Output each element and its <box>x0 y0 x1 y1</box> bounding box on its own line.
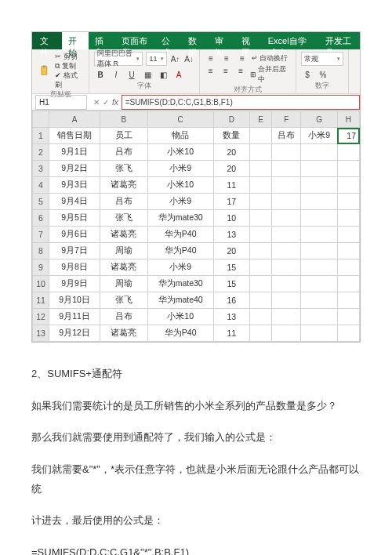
svg-rect-0 <box>42 67 47 75</box>
article-paragraph: 如果我们需要统计的是员工所销售的小米全系列的产品数量是多少？ <box>31 397 361 416</box>
ribbon-group-clipboard: ✂ 剪切 ⧉ 复制 ✔ 格式刷 剪贴板 <box>32 49 89 93</box>
cut-button[interactable]: ✂ 剪切 <box>55 52 84 61</box>
col-header[interactable]: E <box>250 111 272 128</box>
table-row[interactable]: 129月11日吕布小米1013 <box>33 309 360 325</box>
col-header[interactable]: B <box>100 111 148 128</box>
table-row[interactable]: 89月7日周瑜华为P4020 <box>33 243 360 259</box>
group-label-font: 字体 <box>94 81 194 91</box>
increase-font-icon[interactable]: A↑ <box>170 53 181 65</box>
align-left-icon[interactable]: ≡ <box>205 64 216 77</box>
align-bottom-icon[interactable]: ≡ <box>236 52 249 64</box>
col-header[interactable]: G <box>301 111 338 128</box>
tab-developer[interactable]: 开发工具 <box>319 32 360 49</box>
article-formula: =SUMIFS(D:D,C:C,G1&"*",B:B,F1) <box>31 543 361 555</box>
table-row[interactable]: 69月5日张飞华为mate3010 <box>33 210 360 227</box>
worksheet-grid[interactable]: A B C D E F G H 1 销售日期 员工 物品 数量 吕布 小米9 1… <box>32 111 360 342</box>
copy-button[interactable]: ⧉ 复制 <box>55 61 84 71</box>
font-color-icon[interactable]: A <box>172 68 185 81</box>
align-middle-icon[interactable]: ≡ <box>220 52 233 64</box>
align-center-icon[interactable]: ≡ <box>220 64 231 77</box>
paste-icon <box>39 65 50 76</box>
col-header[interactable]: D <box>213 111 250 128</box>
table-row[interactable]: 59月4日吕布小米917 <box>33 194 360 210</box>
decrease-font-icon[interactable]: A↓ <box>183 53 194 65</box>
fill-color-icon[interactable]: ◧ <box>157 68 169 81</box>
tab-file[interactable]: 文件 <box>32 32 62 49</box>
tab-view[interactable]: 视图 <box>235 32 262 49</box>
ribbon-group-alignment: ≡ ≡ ≡ ↵ 自动换行 ≡ ≡ ≡ ⊞ 合并后居中 对齐方式 <box>200 49 296 93</box>
table-row[interactable]: 49月3日诸葛亮小米1011 <box>33 177 360 194</box>
ribbon-tab-bar: 文件 开始 插入 页面布局 公式 数据 审阅 视图 Excel自学成才 开发工具 <box>32 32 360 49</box>
table-row[interactable]: 109月9日周瑜华为mate3015 <box>33 276 360 292</box>
excel-window: 文件 开始 插入 页面布局 公式 数据 审阅 视图 Excel自学成才 开发工具… <box>31 31 361 343</box>
currency-icon[interactable]: $ <box>301 68 314 81</box>
align-right-icon[interactable]: ≡ <box>235 64 247 77</box>
table-row[interactable]: 1 销售日期 员工 物品 数量 吕布 小米9 17 <box>33 128 360 144</box>
formula-input[interactable]: =SUMIFS(D:D,C:C,G1,B:B,F1) <box>122 95 360 110</box>
table-row[interactable]: 39月2日张飞小米920 <box>33 161 360 177</box>
select-all-corner[interactable] <box>33 111 49 128</box>
svg-rect-1 <box>42 66 45 67</box>
name-box[interactable]: H1 <box>35 95 87 110</box>
col-header[interactable]: F <box>272 111 301 128</box>
tab-formulas[interactable]: 公式 <box>155 32 182 49</box>
number-format-select[interactable]: 常规▾ <box>301 52 343 66</box>
formula-bar: H1 ✕ ✓ fx =SUMIFS(D:D,C:C,G1,B:B,F1) <box>32 94 360 111</box>
table-row[interactable]: 139月12日诸葛亮华为P4011 <box>33 325 360 342</box>
ribbon-group-number: 常规▾ $ % 数字 <box>296 49 349 93</box>
table-row[interactable]: 119月10日张飞华为mate4016 <box>33 292 360 309</box>
ribbon-group-font: 阿里巴巴普惠体 R▾ 11▾ A↑ A↓ B I U ▦ ◧ A 字体 <box>89 49 200 93</box>
article-paragraph: 那么我们就需要使用到通配符了，我们输入的公式是： <box>31 428 361 448</box>
percent-icon[interactable]: % <box>317 68 329 81</box>
tab-data[interactable]: 数据 <box>182 32 209 49</box>
enter-formula-icon[interactable]: ✓ <box>103 98 109 107</box>
tab-home[interactable]: 开始 <box>62 32 89 49</box>
align-top-icon[interactable]: ≡ <box>205 52 217 64</box>
italic-icon[interactable]: I <box>110 68 122 81</box>
selected-cell: 17 <box>337 128 359 144</box>
table-row[interactable]: 79月6日诸葛亮华为P4013 <box>33 227 360 243</box>
paste-button[interactable] <box>37 61 52 80</box>
fx-icon[interactable]: fx <box>112 98 118 107</box>
tab-review[interactable]: 审阅 <box>209 32 235 49</box>
col-header[interactable]: C <box>147 111 213 128</box>
group-label-number: 数字 <box>301 81 343 91</box>
column-header-row: A B C D E F G H <box>33 111 360 128</box>
tab-custom[interactable]: Excel自学成才 <box>262 32 320 49</box>
merge-center-button[interactable]: ⊞ 合并后居中 <box>250 64 291 85</box>
table-row[interactable]: 99月8日诸葛亮小米915 <box>33 259 360 276</box>
tab-pagelayout[interactable]: 页面布局 <box>115 32 156 49</box>
underline-icon[interactable]: U <box>125 68 138 81</box>
table-row[interactable]: 29月1日吕布小米1020 <box>33 144 360 161</box>
wrap-text-button[interactable]: ↵ 自动换行 <box>252 52 288 64</box>
ribbon: ✂ 剪切 ⧉ 复制 ✔ 格式刷 剪贴板 阿里巴巴普惠体 R▾ 11▾ A↑ <box>32 49 360 94</box>
group-label-alignment: 对齐方式 <box>205 85 291 95</box>
bold-icon[interactable]: B <box>94 68 107 81</box>
article-paragraph: 计进去，最后使用的公式是： <box>31 511 361 531</box>
format-painter-button[interactable]: ✔ 格式刷 <box>55 71 84 89</box>
tab-insert[interactable]: 插入 <box>89 32 115 49</box>
border-icon[interactable]: ▦ <box>141 68 154 81</box>
font-name-select[interactable]: 阿里巴巴普惠体 R▾ <box>94 52 143 66</box>
col-header[interactable]: H <box>337 111 359 128</box>
article-paragraph: 我们就需要&"*"，*表示任意字符，也就是小米后面无论跟什么产品都可以统 <box>31 460 361 499</box>
cancel-formula-icon[interactable]: ✕ <box>93 98 100 107</box>
font-size-select[interactable]: 11▾ <box>146 52 166 66</box>
col-header[interactable]: A <box>49 111 100 128</box>
article-heading: 2、SUMIFS+通配符 <box>31 365 361 384</box>
article-body: 2、SUMIFS+通配符 如果我们需要统计的是员工所销售的小米全系列的产品数量是… <box>31 365 361 555</box>
